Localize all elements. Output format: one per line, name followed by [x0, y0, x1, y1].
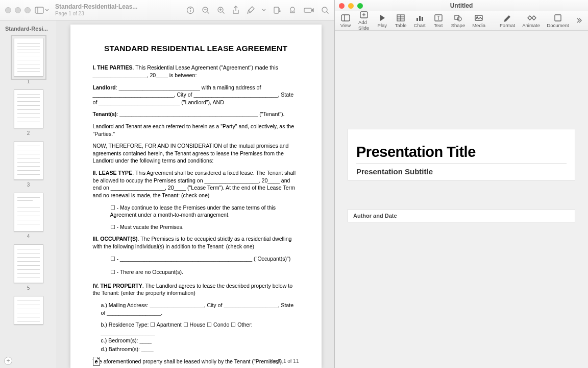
toolbar-overflow[interactable] [576, 16, 583, 26]
svg-point-15 [322, 7, 327, 12]
rotate-icon[interactable] [273, 6, 281, 14]
doc-heading: STANDARD RESIDENTIAL LEASE AGREEMENT [93, 43, 299, 54]
slide-title[interactable]: Presentation Title [356, 144, 567, 160]
table-button[interactable]: Table [395, 14, 407, 28]
add-page-button[interactable]: + [4, 357, 12, 365]
text-button[interactable]: T Text [433, 14, 444, 28]
zoom-button[interactable] [357, 3, 363, 9]
svg-rect-12 [274, 7, 279, 13]
svg-rect-28 [422, 17, 423, 21]
play-button[interactable]: Play [377, 14, 388, 28]
thumbnail-6[interactable] [14, 296, 43, 325]
svg-point-32 [457, 17, 461, 21]
zoom-out-icon[interactable] [202, 6, 210, 14]
shape-button[interactable]: Shape [451, 14, 465, 28]
media-button[interactable]: Media [472, 14, 485, 28]
section-property: IV. THE PROPERTY. The Landlord agrees to… [93, 282, 299, 297]
parties-def: Landlord and Tenant are each referred to… [93, 123, 299, 137]
media-icon [474, 14, 483, 22]
svg-line-6 [207, 12, 209, 14]
svg-line-9 [223, 12, 225, 14]
brush-icon [503, 14, 512, 22]
author-placeholder[interactable]: Author and Date [348, 209, 575, 222]
occ-opt-2: ☐ - There are no Occupant(s). [93, 268, 299, 276]
thumbnail-sidebar[interactable]: Standard-Resi... 1 2 3 4 5 + [0, 20, 57, 368]
prop-c: c.) Bedroom(s): ____ [93, 337, 299, 344]
lease-opt-1: ☐ - May continue to lease the Premises u… [93, 204, 299, 219]
format-button[interactable]: Format [500, 14, 515, 28]
thumbnail-1[interactable] [14, 38, 43, 77]
preview-titlebar: Standard-Residential-Leas... Page 1 of 2… [0, 0, 334, 20]
chart-button[interactable]: Chart [414, 14, 426, 28]
info-icon[interactable] [186, 6, 194, 14]
close-dot[interactable] [5, 7, 11, 13]
premises-def: The aforementioned property shall be lea… [93, 358, 299, 365]
page-viewport[interactable]: STANDARD RESIDENTIAL LEASE AGREEMENT I. … [57, 20, 334, 368]
keynote-titlebar: Untitled [335, 0, 588, 11]
svg-rect-26 [416, 18, 418, 21]
sidebar-toggle-button[interactable] [35, 7, 49, 14]
slide-canvas[interactable]: Presentation Title Presentation Subtitle… [335, 31, 588, 368]
section-parties: I. THE PARTIES. This Residential Lease A… [93, 64, 299, 79]
markup-icon[interactable] [247, 6, 255, 14]
chart-icon [415, 14, 424, 22]
document-button[interactable]: Document [547, 14, 569, 28]
chevron-down-icon[interactable] [262, 9, 266, 12]
svg-rect-14 [304, 8, 311, 12]
plus-icon [359, 11, 369, 19]
minimize-button[interactable] [348, 3, 354, 9]
occ-opt-1: ☐ - ____________________________________… [93, 255, 299, 263]
preview-title: Standard-Residential-Leas... Page 1 of 2… [55, 4, 137, 16]
thumb-label: 5 [0, 285, 57, 291]
zoom-dot[interactable] [24, 7, 31, 13]
prop-b: b.) Residence Type: ☐ Apartment ☐ House … [93, 321, 299, 336]
chevron-right-icon [576, 17, 582, 24]
keynote-traffic-lights [339, 3, 363, 9]
preview-traffic-lights [5, 7, 31, 13]
title-placeholder[interactable]: Presentation Title Presentation Subtitle [348, 129, 575, 180]
add-slide-button[interactable]: Add Slide [358, 11, 370, 31]
svg-line-16 [327, 12, 329, 14]
page-footer: Page 1 of 11 [270, 358, 299, 365]
chevron-down-icon [45, 9, 49, 12]
minimize-dot[interactable] [15, 7, 21, 13]
svg-point-13 [290, 7, 295, 11]
zoom-in-icon[interactable] [217, 6, 225, 14]
slide[interactable]: Presentation Title Presentation Subtitle… [348, 129, 575, 258]
thumbnail-2[interactable] [14, 89, 43, 128]
keynote-toolbar: View Add Slide Play Table Chart T Text [335, 11, 588, 31]
sidebar-header: Standard-Resi... [0, 24, 57, 35]
preview-window: Standard-Residential-Leas... Page 1 of 2… [0, 0, 335, 368]
play-icon [379, 14, 386, 22]
close-button[interactable] [339, 3, 345, 9]
text-icon: T [434, 14, 443, 22]
window-title: Untitled [335, 2, 588, 9]
highlight-icon[interactable] [288, 6, 297, 14]
share-icon[interactable] [232, 6, 239, 15]
thumbnail-5[interactable] [14, 244, 43, 283]
provider-logo: e [93, 357, 100, 366]
view-button[interactable]: View [340, 14, 351, 28]
svg-text:T: T [437, 15, 440, 21]
preview-toolbar-icons [186, 6, 329, 15]
slide-subtitle[interactable]: Presentation Subtitle [356, 164, 567, 176]
thumbnail-3[interactable] [14, 141, 43, 180]
landlord-line: Landlord: ___________________________ wi… [93, 84, 299, 106]
svg-rect-35 [555, 15, 561, 21]
view-icon [340, 14, 351, 22]
svg-rect-27 [419, 16, 421, 21]
thumbnail-4[interactable] [14, 193, 43, 232]
section-lease-type: II. LEASE TYPE. This Agreement shall be … [93, 169, 299, 199]
doc-title: Standard-Residential-Leas... [55, 4, 137, 10]
shape-icon [453, 14, 462, 22]
pdf-page: STANDARD RESIDENTIAL LEASE AGREEMENT I. … [70, 25, 322, 368]
form-fill-icon[interactable] [304, 7, 314, 14]
thumb-label: 2 [0, 130, 57, 136]
slide-author[interactable]: Author and Date [353, 213, 397, 219]
svg-rect-0 [35, 7, 43, 13]
thumb-label: 4 [0, 234, 57, 239]
animate-icon [526, 14, 536, 22]
search-icon[interactable] [321, 6, 329, 14]
tenant-line: Tenant(s): _____________________________… [93, 110, 299, 118]
animate-button[interactable]: Animate [522, 14, 540, 28]
